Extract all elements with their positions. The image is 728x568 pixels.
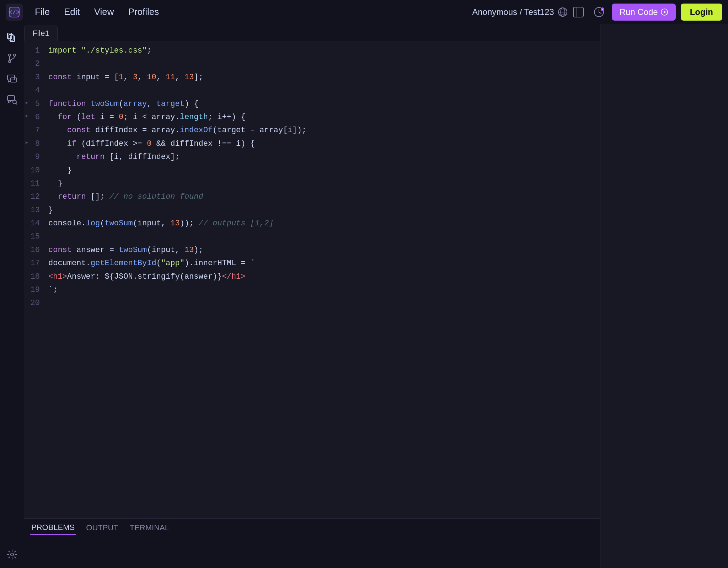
code-line: return []; // no solution found [48,190,600,203]
line-number: 8 [24,137,48,150]
sidebar-git-icon[interactable] [4,50,21,67]
top-right-actions: + Run Code Login [571,4,722,21]
code-line: const diffIndex = array.indexOf(target -… [48,124,600,137]
table-row: 14console.log(twoSum(input, 13)); // out… [24,217,600,230]
line-number: 18 [24,270,48,283]
code-line: } [48,204,600,217]
svg-rect-7 [573,7,583,17]
panel-tabs: PROBLEMS OUTPUT TERMINAL [24,519,600,537]
user-project-label: Anonymous / Test123 [472,7,554,17]
line-number: 9 [24,150,48,164]
code-line [48,230,600,243]
panel-tab-terminal[interactable]: TERMINAL [128,521,171,535]
line-number: 19 [24,283,48,296]
code-line [48,57,600,70]
svg-point-19 [9,54,11,56]
code-line: for (let i = 0; i < array.length; i++) { [48,111,600,124]
menubar: </> File Edit View Profiles Anonymous / … [0,0,728,24]
sidebar-chat-icon[interactable] [4,70,21,87]
table-row: 7 const diffIndex = array.indexOf(target… [24,124,600,137]
file-tab-file1[interactable]: File1 [24,26,58,41]
line-number: 13 [24,204,48,217]
table-row: 11 } [24,177,600,190]
code-line: const answer = twoSum(input, 13); [48,243,600,257]
globe-icon [558,7,568,17]
table-row: 3const input = [1, 3, 10, 11, 13]; [24,71,600,84]
menu-edit[interactable]: Edit [58,4,86,20]
table-row: 20 [24,296,600,310]
code-line: document.getElementById("app").innerHTML… [48,257,600,270]
code-line: import "./styles.css"; [48,44,600,57]
bottom-panel: PROBLEMS OUTPUT TERMINAL [24,518,600,568]
right-panel [600,24,728,568]
line-number: 1 [24,44,48,57]
table-row: 9 return [i, diffIndex]; [24,150,600,164]
line-number: 2 [24,57,48,70]
svg-rect-24 [7,96,15,101]
panel-tab-problems[interactable]: PROBLEMS [30,521,76,535]
panel-content [24,537,600,568]
user-project-info: Anonymous / Test123 [472,7,567,17]
run-code-label: Run Code [620,7,658,17]
code-editor[interactable]: 1import "./styles.css";2 3const input = … [24,41,600,518]
code-line [48,84,600,97]
table-row: 18<h1>Answer: ${JSON.stringify(answer)}<… [24,270,600,283]
code-line: console.log(twoSum(input, 13)); // outpu… [48,217,600,230]
line-number: 10 [24,164,48,177]
menu-file[interactable]: File [28,4,56,20]
line-number: 12 [24,190,48,203]
menu-bar-items: File Edit View Profiles [28,4,469,20]
line-number: 16 [24,243,48,257]
menu-view[interactable]: View [88,4,121,20]
line-number: 11 [24,177,48,190]
svg-point-21 [9,60,11,63]
svg-text:+: + [601,8,603,11]
line-number: 5 [24,97,48,111]
sidebar-search-chat-icon[interactable] [4,91,21,108]
svg-line-11 [599,12,601,14]
svg-marker-15 [664,11,666,14]
line-number: 20 [24,296,48,310]
editor-container: File1 1import "./styles.css";2 3const in… [24,24,600,568]
table-row: 8 if (diffIndex >= 0 && diffIndex !== i)… [24,137,600,150]
table-row: 6 for (let i = 0; i < array.length; i++)… [24,111,600,124]
line-number: 6 [24,111,48,124]
run-code-button[interactable]: Run Code [612,4,676,21]
sidebar-settings-icon[interactable] [4,546,21,563]
line-number: 14 [24,217,48,230]
code-line: return [i, diffIndex]; [48,150,600,164]
code-line: if (diffIndex >= 0 && diffIndex !== i) { [48,137,600,150]
code-line: `; [48,283,600,296]
svg-rect-17 [9,34,13,40]
line-number: 4 [24,84,48,97]
table-row: 2 [24,57,600,70]
svg-point-20 [14,54,16,56]
login-button[interactable]: Login [681,4,722,21]
panel-toggle-icon[interactable] [571,4,586,20]
sidebar-files-icon[interactable] [4,29,21,46]
table-row: 15 [24,230,600,243]
code-line: } [48,177,600,190]
line-number: 7 [24,124,48,137]
table-row: 16const answer = twoSum(input, 13); [24,243,600,257]
line-number: 3 [24,71,48,84]
table-row: 10 } [24,164,600,177]
menu-profiles[interactable]: Profiles [122,4,166,20]
code-line: function twoSum(array, target) { [48,97,600,111]
svg-line-26 [16,103,17,105]
svg-text:</>: </> [9,9,20,16]
table-row: 4 [24,84,600,97]
line-number: 17 [24,257,48,270]
table-row: 19`; [24,283,600,296]
line-number: 15 [24,230,48,243]
table-row: 17document.getElementById("app").innerHT… [24,257,600,270]
code-line: } [48,164,600,177]
svg-point-27 [11,553,14,556]
clock-icon[interactable]: + [591,4,607,20]
table-row: 13} [24,204,600,217]
app-logo[interactable]: </> [6,4,23,21]
panel-tab-output[interactable]: OUTPUT [85,521,119,535]
table-row: 12 return []; // no solution found [24,190,600,203]
sidebar [0,24,24,568]
code-line: const input = [1, 3, 10, 11, 13]; [48,71,600,84]
